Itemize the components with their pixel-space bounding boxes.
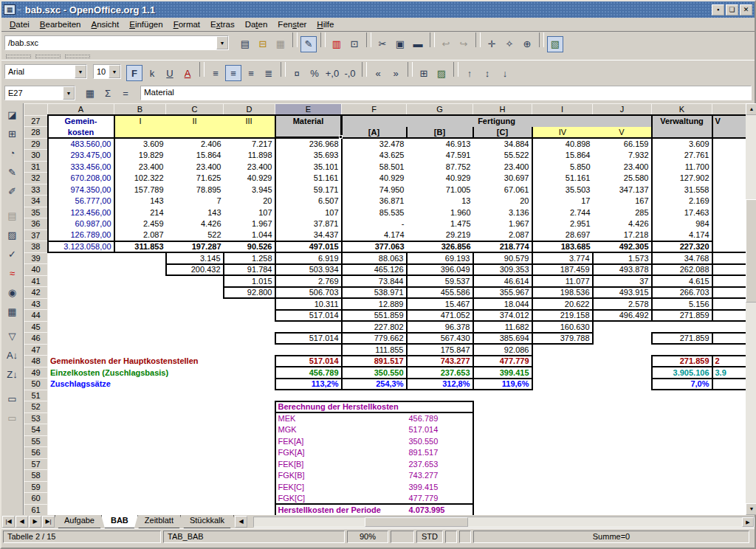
cell-K35[interactable]: 17.463	[652, 207, 712, 218]
cell-L27[interactable]: V	[712, 115, 746, 127]
cell-I47[interactable]	[532, 344, 593, 356]
cell-D34[interactable]: 20	[224, 196, 275, 207]
cell-F32[interactable]: 40.929	[342, 173, 407, 184]
cell-C31[interactable]: 23.400	[166, 161, 224, 173]
cell-J40[interactable]: 493.878	[593, 264, 652, 276]
cell-J32[interactable]: 25.580	[593, 173, 652, 184]
cell-I34[interactable]: 17	[532, 196, 593, 207]
cell-E53[interactable]: MEK	[275, 412, 407, 424]
row-header-28[interactable]: 28	[24, 127, 48, 139]
cell-E35[interactable]: 107	[275, 207, 342, 218]
row-header-51[interactable]: 51	[24, 390, 48, 401]
cell-B47[interactable]	[114, 344, 166, 356]
cell-E34[interactable]: 6.507	[275, 196, 342, 207]
draw-functions-icon[interactable]: ✎	[4, 163, 21, 181]
cell-G42[interactable]: 455.586	[407, 287, 473, 299]
function-wizard-icon[interactable]: ▦	[82, 85, 98, 101]
chevron-down-icon[interactable]: ▼	[75, 65, 86, 78]
cell-L52[interactable]	[712, 401, 746, 413]
cell-H49[interactable]: 399.415	[473, 367, 532, 379]
row-header-54[interactable]: 54	[24, 424, 48, 436]
chevron-down-icon[interactable]: ▼	[109, 65, 120, 78]
cell-H44[interactable]: 374.012	[473, 310, 532, 322]
cell-K37[interactable]: 4.174	[652, 229, 712, 241]
cell-J34[interactable]: 167	[593, 196, 652, 207]
col-header-A[interactable]: A	[48, 104, 114, 116]
cell-G51[interactable]	[407, 390, 473, 401]
group-icon[interactable]: ▭	[4, 390, 21, 407]
cell-H48[interactable]: 477.779	[473, 356, 532, 367]
cell-E54[interactable]: MGK	[275, 424, 407, 436]
sort-ascending-icon[interactable]: A↓	[4, 346, 21, 364]
cell-C44[interactable]	[166, 310, 224, 322]
cell-F33[interactable]: 74.950	[342, 184, 407, 196]
cell-B40[interactable]	[114, 264, 166, 276]
cell-J49[interactable]	[593, 367, 652, 379]
url-value[interactable]: /bab.sxc	[5, 38, 216, 47]
cell-C40[interactable]: 200.432	[166, 264, 224, 276]
cell-A44[interactable]	[48, 310, 114, 322]
cell-H36[interactable]: 1.967	[473, 218, 532, 230]
cell-K58[interactable]	[652, 470, 712, 482]
cell-C32[interactable]: 71.625	[166, 173, 224, 184]
grid-corner[interactable]	[24, 104, 48, 116]
choose-themes-icon[interactable]: ▨	[4, 226, 21, 244]
row-header-59[interactable]: 59	[24, 481, 48, 493]
cell-H40[interactable]: 309.353	[473, 264, 532, 276]
cell-J36[interactable]: 4.426	[593, 218, 652, 230]
cell-D32[interactable]: 40.929	[224, 173, 275, 184]
cell-A37[interactable]: 126.789,00	[48, 229, 114, 241]
cell-G50[interactable]: 312,8%	[407, 379, 473, 390]
cell-K42[interactable]: 266.703	[652, 287, 712, 299]
menu-bearbeiten[interactable]: Bearbeiten	[35, 19, 86, 30]
row-header-47[interactable]: 47	[24, 344, 48, 356]
borders-icon[interactable]: ⊞	[416, 65, 432, 81]
row-header-31[interactable]: 31	[24, 161, 48, 173]
cell-E52[interactable]: Berechnung der Herstellkosten	[275, 401, 473, 413]
cell-J41[interactable]: 37	[593, 275, 652, 287]
col-header-D[interactable]: D	[224, 104, 275, 116]
next-sheet-button[interactable]: ▶	[29, 516, 41, 528]
cell-F47[interactable]: 111.855	[342, 344, 407, 356]
cell-J60[interactable]	[593, 493, 652, 505]
cell-E42[interactable]: 506.703	[275, 287, 342, 299]
cell-J33[interactable]: 347.137	[593, 184, 652, 196]
col-header-J[interactable]: J	[593, 104, 652, 116]
cell-B39[interactable]	[114, 252, 166, 264]
cell-D45[interactable]	[224, 321, 275, 333]
cell-C34[interactable]: 7	[166, 196, 224, 207]
cell-H32[interactable]: 30.697	[473, 173, 532, 184]
cell-A38[interactable]: 3.123.058,00	[48, 241, 114, 253]
cell-B45[interactable]	[114, 321, 166, 333]
cell-H61[interactable]	[473, 504, 532, 515]
cell-G30[interactable]: 47.591	[407, 150, 473, 162]
cell-L36[interactable]	[712, 218, 746, 230]
align-top-icon[interactable]: ↑	[461, 65, 478, 81]
row-header-37[interactable]: 37	[24, 229, 48, 241]
cell-D35[interactable]: 107	[224, 207, 275, 218]
cell-G56[interactable]: 891.517	[407, 447, 473, 459]
cell-A36[interactable]: 60.987,00	[48, 218, 114, 230]
print-icon[interactable]: ⊡	[346, 36, 362, 52]
row-header-45[interactable]: 45	[24, 321, 48, 333]
cell-A56[interactable]	[48, 447, 114, 459]
cell-F36[interactable]: -	[342, 218, 407, 230]
increase-indent-icon[interactable]: »	[388, 65, 404, 81]
cell-C39[interactable]: 3.145	[166, 252, 224, 264]
cell-B51[interactable]	[114, 390, 166, 401]
cell-K29[interactable]: 3.609	[652, 138, 712, 150]
cell-D28[interactable]	[224, 127, 275, 139]
cell-B42[interactable]	[114, 287, 166, 299]
cell-F48[interactable]: 891.517	[342, 356, 407, 367]
cell-F45[interactable]: 227.802	[342, 321, 407, 333]
cell-L38[interactable]	[712, 241, 746, 253]
cell-I43[interactable]: 20.622	[532, 298, 593, 310]
cell-D61[interactable]	[224, 504, 275, 515]
cell-B29[interactable]: 3.609	[114, 138, 166, 150]
cell-G29[interactable]: 46.913	[407, 138, 473, 150]
menu-ansicht[interactable]: Ansicht	[86, 19, 125, 30]
font-name-value[interactable]: Arial	[5, 67, 75, 76]
cell-D57[interactable]	[224, 458, 275, 470]
cell-I59[interactable]	[532, 481, 593, 493]
row-header-44[interactable]: 44	[24, 310, 48, 322]
